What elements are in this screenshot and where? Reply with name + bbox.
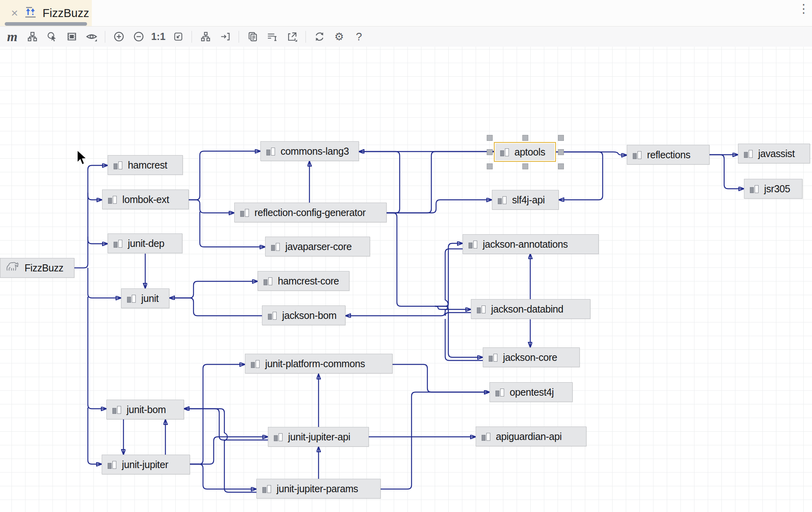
selection-handle-bottom-middle[interactable] [522, 163, 528, 169]
library-icon [240, 207, 250, 218]
refresh-button[interactable] [309, 28, 329, 46]
tab-title: FizzBuzz [43, 7, 89, 20]
node-label: junit-jupiter [122, 459, 168, 470]
library-icon [500, 147, 510, 157]
selection-handle-top-right[interactable] [558, 135, 564, 141]
selection-handle-bottom-left[interactable] [487, 163, 493, 169]
node-junit-jupiter-api[interactable]: junit-jupiter-api [268, 427, 369, 447]
node-junit-platform-commons[interactable]: junit-platform-commons [245, 354, 393, 374]
library-icon [268, 310, 277, 320]
node-jackson-databind[interactable]: jackson-databind [471, 299, 590, 319]
node-label: reflection-config-generator [254, 207, 366, 218]
zoom-out-button[interactable] [129, 28, 148, 46]
selection-handle-bottom-right[interactable] [558, 163, 564, 169]
node-label: commons-lang3 [281, 146, 349, 157]
library-icon [744, 148, 753, 159]
zoom-to-selection-button[interactable] [42, 28, 62, 46]
node-apiguardian-api[interactable]: apiguardian-api [476, 427, 586, 446]
node-jsr305[interactable]: jsr305 [744, 179, 803, 199]
maven-module-button[interactable]: m [2, 28, 22, 46]
node-hamcrest-core[interactable]: hamcrest-core [258, 271, 349, 291]
more-options-icon[interactable]: ⋮ [798, 2, 810, 15]
node-javaparser-core[interactable]: javaparser-core [265, 237, 370, 256]
library-icon [468, 239, 478, 249]
node-junit[interactable]: junit [121, 288, 169, 308]
copy-diagram-button[interactable] [243, 28, 262, 46]
node-junit-dep[interactable]: junit-dep [108, 233, 182, 253]
library-icon [749, 184, 759, 194]
selection-handle-middle-right[interactable] [558, 149, 564, 155]
node-jackson-annotations[interactable]: jackson-annotations [463, 234, 599, 254]
library-icon [488, 352, 498, 362]
toolbar-separator [305, 31, 306, 43]
library-icon [127, 293, 137, 303]
fit-content-button[interactable] [168, 28, 188, 46]
node-reflections[interactable]: reflections [627, 145, 710, 165]
node-reflection-config-generator[interactable]: reflection-config-generator [234, 203, 387, 222]
selection-handle-middle-left[interactable] [487, 149, 493, 155]
node-lombok-ext[interactable]: lombok-ext [102, 190, 189, 209]
node-aptools[interactable]: aptools [494, 142, 556, 162]
apply-layout-button[interactable] [195, 28, 215, 46]
node-label: javaparser-core [285, 241, 352, 252]
node-label: jackson-databind [491, 303, 563, 315]
node-label: junit-jupiter-params [277, 483, 358, 495]
node-hamcrest[interactable]: hamcrest [108, 155, 183, 175]
export-diagram-button[interactable] [282, 28, 302, 46]
node-label: jsr305 [764, 183, 790, 195]
node-fizzbuzz[interactable]: FizzBuzz [0, 258, 74, 278]
tab-bar: × FizzBuzz ⋮ [0, 0, 812, 27]
library-icon [266, 146, 276, 156]
library-icon [481, 431, 491, 442]
diagram-canvas[interactable] [0, 47, 812, 512]
node-label: junit-dep [128, 238, 164, 249]
jump-to-node-button[interactable] [215, 28, 235, 46]
selection-handle-top-middle[interactable] [522, 135, 528, 141]
toolbar-separator [192, 31, 192, 43]
node-commons-lang3[interactable]: commons-lang3 [260, 141, 359, 161]
node-label: jackson-annotations [483, 239, 568, 250]
node-slf4j-api[interactable]: slf4j-api [492, 190, 559, 210]
toolbar-separator [239, 31, 239, 43]
node-label: jackson-core [503, 352, 557, 363]
tab-active-indicator [5, 22, 87, 26]
node-label: hamcrest-core [278, 275, 339, 287]
node-junit-bom[interactable]: junit-bom [106, 400, 184, 419]
diagram-toolbar: m 1:1 ⚙ ? [0, 27, 812, 47]
filmstrip-button[interactable] [62, 28, 82, 46]
zoom-in-button[interactable] [109, 28, 129, 46]
library-icon [273, 432, 283, 442]
library-icon [262, 484, 272, 494]
library-icon [113, 160, 123, 170]
node-jackson-core[interactable]: jackson-core [483, 347, 580, 367]
node-label: junit [141, 293, 159, 304]
select-elements-button[interactable] [262, 28, 282, 46]
tab-close-icon[interactable]: × [11, 7, 18, 19]
toolbar-separator [105, 31, 105, 43]
library-icon [113, 238, 123, 248]
node-junit-jupiter[interactable]: junit-jupiter [102, 455, 190, 474]
node-label: junit-platform-commons [265, 358, 365, 370]
tab-fizzbuzz[interactable]: × FizzBuzz [0, 0, 92, 26]
node-jackson-bom[interactable]: jackson-bom [262, 305, 345, 325]
node-label: javassist [758, 148, 795, 159]
settings-gear-button[interactable]: ⚙ [329, 28, 349, 46]
library-icon [271, 241, 281, 252]
structure-button[interactable] [22, 28, 42, 46]
actual-size-button[interactable]: 1:1 [148, 28, 168, 46]
node-label: opentest4j [510, 387, 554, 398]
visibility-eye-button[interactable] [82, 28, 101, 46]
gradle-elephant-icon [6, 261, 20, 275]
library-icon [250, 358, 260, 369]
library-icon [495, 387, 505, 397]
node-javassist[interactable]: javassist [738, 144, 810, 163]
library-icon [497, 195, 507, 205]
node-label: aptools [514, 146, 545, 158]
node-opentest4j[interactable]: opentest4j [489, 382, 573, 402]
node-label: junit-bom [127, 404, 166, 415]
help-button[interactable]: ? [349, 28, 369, 46]
node-label: reflections [647, 149, 691, 161]
selection-handle-top-left[interactable] [487, 135, 493, 141]
library-icon [632, 150, 642, 160]
node-junit-jupiter-params[interactable]: junit-jupiter-params [256, 479, 381, 499]
